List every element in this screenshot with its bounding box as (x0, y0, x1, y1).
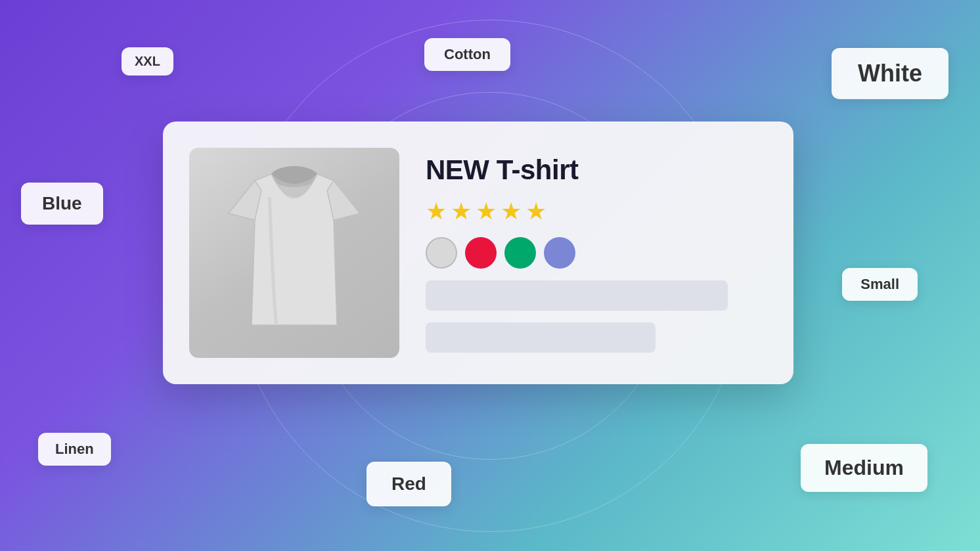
star-3: ★ (476, 198, 497, 225)
star-rating: ★ ★ ★ ★ ★ (426, 198, 767, 225)
tag-blue[interactable]: Blue (21, 183, 103, 225)
star-5: ★ (525, 198, 546, 225)
product-info: NEW T-shirt ★ ★ ★ ★ ★ (426, 148, 767, 358)
product-title: NEW T-shirt (426, 154, 767, 186)
product-image (189, 148, 399, 358)
color-white[interactable] (426, 237, 457, 269)
color-green[interactable] (504, 237, 536, 269)
color-red[interactable] (465, 237, 497, 269)
skeleton-bar-1 (426, 280, 728, 311)
tag-medium[interactable]: Medium (801, 444, 927, 492)
tag-xxl[interactable]: XXL (122, 47, 173, 76)
star-4: ★ (501, 198, 522, 225)
tag-small[interactable]: Small (842, 268, 918, 301)
color-blue[interactable] (544, 237, 575, 269)
tag-red[interactable]: Red (367, 462, 451, 506)
tag-linen[interactable]: Linen (38, 433, 111, 466)
tag-cotton[interactable]: Cotton (424, 38, 510, 71)
tag-white[interactable]: White (832, 48, 948, 99)
star-2: ★ (451, 198, 472, 225)
color-options (426, 237, 767, 269)
skeleton-bar-2 (426, 322, 656, 353)
star-1: ★ (426, 198, 447, 225)
product-card: NEW T-shirt ★ ★ ★ ★ ★ (163, 121, 793, 384)
tshirt-svg (209, 161, 380, 345)
